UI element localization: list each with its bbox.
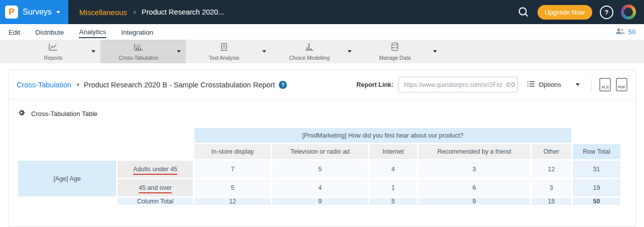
chevron-down-icon [576,83,580,86]
tab-integration[interactable]: Integration [121,27,153,38]
breadcrumb-survey-title: Product Research 2020... [142,8,224,16]
crosstab-chart-icon [134,43,144,53]
column-header: Internet [369,144,417,159]
help-icon[interactable]: ? [600,6,613,19]
toolbar-item-label: Manage Data [379,55,410,61]
data-cell: 5 [194,179,271,196]
column-total-row: Column Total 12 9 5 9 15 50 [18,198,620,205]
data-cell: 4 [272,179,368,196]
topbar-actions: Upgrade Now ? [517,5,644,20]
chevron-down-icon [56,11,60,14]
column-header: Other [531,144,571,159]
export-pdf-button[interactable]: PDF [616,78,627,91]
toolbar-item-label: Text Analysis [209,55,240,61]
logo-letter: P [9,7,14,17]
toolbar-item-label: Choice Modelling [289,55,330,61]
crosstab-table: [ProdMarketing] How did you first hear a… [17,127,622,206]
gear-icon[interactable] [17,108,26,120]
row-group-label: [Age] Age [18,161,116,196]
toolbar-item-reports[interactable]: Reports [15,40,100,63]
respondent-counter: 50 [615,28,635,37]
search-icon[interactable] [517,6,530,19]
row-total-cell: 31 [573,161,620,178]
tab-distribute[interactable]: Distribute [35,27,64,38]
column-header: In-store display [194,144,271,159]
row-label-cell: 45 and over [118,179,193,196]
questionpro-logo: P [5,6,18,19]
chevron-down-icon[interactable] [348,50,352,53]
chevron-down-icon[interactable] [91,50,95,53]
topbar-breadcrumb: Miscellaneous Product Research 2020... [79,8,224,17]
chevron-down-icon[interactable] [433,50,437,53]
data-cell: 5 [272,161,368,178]
surveys-product-menu[interactable]: P Surveys [0,0,68,24]
report-card: Cross-Tabulation Product Research 2020 B… [8,70,636,227]
report-link-field-wrap [398,77,518,92]
toolbar-item-manage-data[interactable]: Manage Data [357,40,442,63]
report-header: Cross-Tabulation Product Research 2020 B… [9,70,635,99]
bar-chart-icon [304,43,314,53]
options-label: Options [539,81,561,88]
tab-analytics[interactable]: Analytics [79,26,106,38]
respondent-count[interactable]: 50 [628,28,635,36]
toolbar-item-cross-tabulation[interactable]: Cross-Tabulation [100,40,186,63]
data-cell: 4 [369,161,417,178]
respondents-icon [615,28,625,37]
chevron-right-icon [76,83,79,86]
column-header: Recommended by a friend [418,144,530,159]
data-cell: 6 [418,179,530,196]
toolbar-item-choice-modelling[interactable]: Choice Modelling [271,40,357,63]
report-link-input[interactable] [398,77,518,92]
data-cell: 3 [531,179,571,196]
row-label-adults-under-45[interactable]: Adults under 45 [133,166,177,175]
pdf-label: PDF [617,85,626,89]
analytics-toolbar: Reports Cross-Tabulation Text Analysis C… [0,40,644,63]
report-help-icon[interactable]: ? [279,81,287,89]
column-total-cell: 5 [369,198,417,205]
data-cell: 12 [531,161,571,178]
row-total-header: Row Total [573,144,620,159]
crosstab-section-header: Cross-Tabulation Table [9,99,635,125]
crosstab-breadcrumb-link[interactable]: Cross-Tabulation [17,81,71,89]
vertical-divider [591,78,592,92]
column-total-cell: 9 [272,198,368,205]
report-link-label: Report Link: [357,81,394,88]
breadcrumb-folder[interactable]: Miscellaneous [79,8,127,17]
options-menu[interactable]: Options [523,80,584,89]
column-total-label: Column Total [118,198,193,205]
export-xls-button[interactable]: XLS [599,78,611,91]
avatar[interactable] [621,5,636,20]
column-total-cell: 12 [194,198,271,205]
grand-total-cell: 50 [573,198,620,205]
data-cell: 3 [418,161,530,178]
upgrade-now-button[interactable]: Upgrade Now [538,5,593,20]
row-label-cell: Adults under 45 [118,161,193,178]
toolbar-item-label: Reports [44,55,63,61]
link-icon[interactable] [506,80,515,91]
blank-cell [573,128,620,143]
question-header: [ProdMarketing] How did you first hear a… [194,128,571,143]
data-cell: 7 [194,161,271,178]
row-total-cell: 19 [573,179,620,196]
column-header: Television or radio ad [272,144,368,159]
row-label-45-and-over[interactable]: 45 and over [139,184,172,193]
toolbar-item-text-analysis[interactable]: Text Analysis [186,40,271,63]
chevron-down-icon[interactable] [262,50,266,53]
column-total-cell: 9 [418,198,530,205]
report-title: Product Research 2020 B - Sample Crossta… [84,81,275,89]
chevron-right-icon [133,10,136,14]
survey-nav-tabs: Edit Distribute Analytics Integration 50 [0,24,644,40]
xls-label: XLS [600,85,610,89]
tab-edit[interactable]: Edit [9,27,20,38]
line-chart-icon [48,43,58,53]
report-actions: Report Link: Options XLS PDF [357,77,627,92]
blank-cell [18,198,116,205]
section-title: Cross-Tabulation Table [31,110,97,118]
chevron-down-icon[interactable] [177,50,181,53]
topbar: P Surveys Miscellaneous Product Research… [0,0,644,24]
options-list-icon [527,80,535,89]
database-icon [390,42,399,53]
column-total-cell: 15 [531,198,571,205]
toolbar-item-label: Cross-Tabulation [119,55,159,61]
blank-cell [18,128,193,159]
